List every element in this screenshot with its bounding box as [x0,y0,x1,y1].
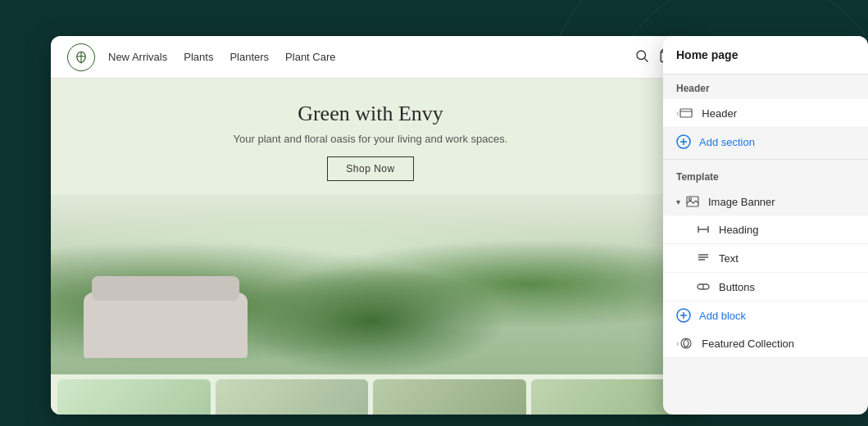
image-banner-chevron-icon: ▾ [676,197,680,206]
text-icon [696,251,711,265]
featured-collection-label: Featured Collection [702,338,855,350]
svg-point-9 [689,198,692,201]
section-divider [663,159,868,160]
add-section-label: Add section [699,136,755,148]
nav-link-plant-care[interactable]: Plant Care [285,51,335,63]
add-section-button[interactable]: Add section [663,128,868,156]
svg-point-0 [637,51,646,60]
header-section-label: Header [663,75,868,99]
svg-line-1 [644,58,648,61]
add-section-icon [676,134,691,149]
hero-title: Green with Envy [67,102,674,126]
product-thumbnails [51,374,690,415]
store-navbar: New Arrivals Plants Planters Plant Care [51,36,690,79]
featured-collection-item[interactable]: › Featured Collection [663,329,868,358]
heading-label: Heading [719,224,855,236]
header-layout-icon [679,106,693,120]
store-logo [67,43,95,71]
add-block-label: Add block [699,310,746,322]
buttons-label: Buttons [719,281,855,293]
svg-point-21 [681,338,691,348]
store-preview: New Arrivals Plants Planters Plant Care [51,36,690,415]
image-banner-sub-items: Heading Text [663,215,868,329]
editor-body: Header › Header Add section [663,75,868,415]
search-icon[interactable] [634,48,649,66]
product-thumb-2[interactable] [216,379,369,415]
hero-section: Green with Envy Your plant and floral oa… [51,79,690,194]
text-label: Text [719,252,855,265]
text-item[interactable]: Text [663,244,868,273]
nav-link-plants[interactable]: Plants [184,51,213,63]
nav-link-new-arrivals[interactable]: New Arrivals [108,51,167,63]
template-section: Template ▾ Image Banner [663,163,868,358]
nav-link-planters[interactable]: Planters [229,51,269,63]
image-banner-label: Image Banner [708,196,855,208]
image-banner-row[interactable]: ▾ Image Banner [663,188,868,215]
hero-subtitle: Your plant and floral oasis for your liv… [67,133,674,145]
product-thumb-4[interactable] [531,379,684,415]
editor-panel: Home page Header › Header Add [663,36,868,415]
sofa-decoration [84,292,248,358]
header-item-label: Header [702,107,855,120]
heading-icon [696,222,711,237]
header-item[interactable]: › Header [663,99,868,128]
add-block-icon [676,308,691,323]
product-thumb-1[interactable] [57,379,211,415]
editor-header: Home page [663,36,868,75]
template-section-label: Template [663,163,868,188]
editor-title: Home page [676,48,738,61]
add-block-button[interactable]: Add block [663,301,868,329]
image-banner-icon [685,194,700,209]
buttons-item[interactable]: Buttons [663,273,868,301]
nav-links: New Arrivals Plants Planters Plant Care [108,51,634,63]
buttons-icon [696,279,711,294]
shop-now-button[interactable]: Shop Now [327,156,413,181]
svg-rect-3 [680,109,692,117]
heading-item[interactable]: Heading [663,215,868,244]
product-thumb-3[interactable] [373,379,526,415]
hero-image [51,194,690,374]
featured-collection-icon [679,336,693,351]
